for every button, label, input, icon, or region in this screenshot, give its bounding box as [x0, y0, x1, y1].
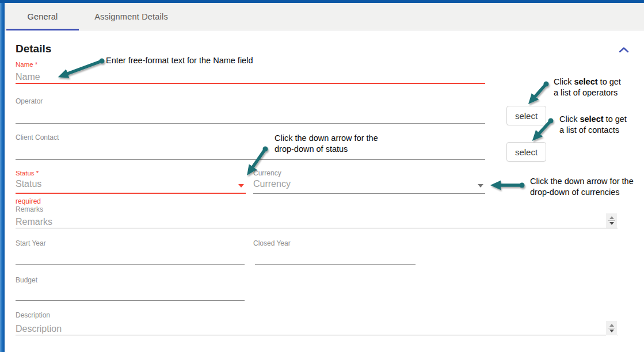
select-contact-button[interactable]: select [506, 142, 546, 162]
status-error-text: required [16, 197, 41, 205]
name-input[interactable] [16, 71, 485, 84]
name-label: Name * [16, 61, 37, 68]
spinner-down-icon[interactable] [609, 222, 614, 225]
chevron-up-icon[interactable] [619, 45, 629, 56]
status-select-field[interactable] [16, 179, 246, 194]
spinner-divider [608, 220, 615, 221]
currency-select-field[interactable] [253, 179, 485, 194]
annotation-select-contacts: Click select to get a list of contacts [559, 114, 627, 135]
currency-label: Currency [253, 169, 281, 177]
spinner-up-icon[interactable] [609, 216, 614, 219]
annotation-arrow-select-operators [533, 84, 546, 99]
remarks-spinner[interactable] [606, 213, 617, 228]
operator-input[interactable] [16, 111, 485, 124]
arrow-tail-dot [544, 82, 549, 87]
window-left-border [0, 3, 5, 352]
currency-dropdown-arrow-icon[interactable] [478, 184, 483, 188]
spinner-divider [608, 328, 615, 328]
annotation-status-dropdown: Click the down arrow for the drop-down o… [275, 133, 378, 154]
annotation-select-operators: Click select to get a list of operators [554, 76, 621, 98]
arrow-tail-dot [100, 59, 105, 64]
status-input[interactable] [16, 179, 235, 189]
status-label: Status * [16, 170, 39, 177]
operator-label: Operator [16, 97, 43, 105]
tab-bar: General Assignment Details [5, 3, 644, 30]
description-spinner[interactable] [606, 321, 617, 335]
status-dropdown-arrow-icon[interactable] [238, 184, 244, 188]
start-year-input[interactable] [16, 252, 245, 265]
client-contact-input[interactable] [16, 147, 485, 160]
budget-label: Budget [16, 276, 37, 284]
spinner-down-icon[interactable] [609, 330, 614, 332]
closed-year-label: Closed Year [253, 239, 291, 247]
page-title: Details [16, 43, 51, 55]
client-contact-label: Client Contact [16, 133, 59, 141]
tab-general[interactable]: General [6, 3, 79, 30]
annotation-currency-dropdown: Click the down arrow for the drop-down o… [530, 176, 634, 197]
start-year-label: Start Year [16, 239, 46, 247]
general-details-form: General Assignment Details Details Name … [0, 0, 644, 352]
arrow-tail-dot [520, 183, 525, 188]
closed-year-input[interactable] [255, 252, 416, 265]
remarks-label: Remarks [16, 205, 43, 213]
arrow-tail-dot [548, 118, 554, 124]
description-input[interactable] [16, 323, 618, 335]
remarks-input[interactable] [16, 216, 618, 228]
annotation-name-field: Enter free-format text for the Name fiel… [106, 55, 253, 66]
spinner-up-icon[interactable] [609, 324, 614, 327]
currency-input[interactable] [253, 179, 475, 189]
select-operator-button[interactable]: select [506, 106, 546, 125]
budget-input[interactable] [16, 288, 245, 301]
description-label: Description [16, 311, 50, 319]
active-tab-indicator [6, 29, 79, 30]
tab-assignment-details[interactable]: Assignment Details [78, 3, 185, 30]
